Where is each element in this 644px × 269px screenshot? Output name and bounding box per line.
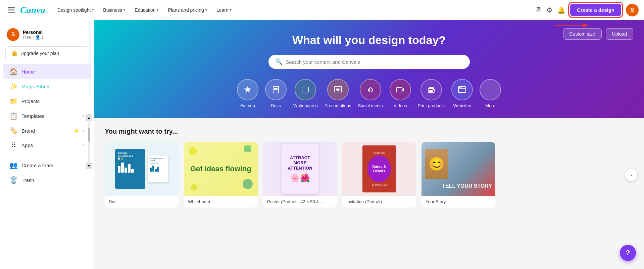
upgrade-plan-button[interactable]: 👑 Upgrade your plan [5, 46, 88, 60]
sidebar-user-info: Personal Free • 👤 1 [23, 30, 44, 40]
card-label: Poster (Portrait - 42 × 59.4 ... [263, 196, 337, 208]
sidebar-item-create-team[interactable]: 👥 Create a team [3, 158, 91, 173]
scroll-down-button[interactable]: ▼ [86, 163, 92, 169]
category-label: For you [240, 103, 255, 108]
svg-marker-4 [583, 23, 589, 27]
svg-point-21 [459, 87, 460, 88]
canva-logo[interactable]: Canva [20, 5, 45, 15]
category-presentations[interactable]: Presentations [325, 79, 351, 108]
cards-next-button[interactable]: › [625, 169, 637, 181]
hamburger-button[interactable] [5, 4, 17, 16]
story-bg: 😊 TELL YOUR STORY [422, 142, 495, 196]
scrollbar-track [88, 122, 90, 162]
wb-deco-circle2 [243, 179, 253, 189]
invitation-card[interactable]: JOIN US Dates & Details 28 MARCH 24 Invi… [342, 142, 416, 208]
sidebar-item-home[interactable]: 🏠 Home [3, 64, 91, 79]
topnav-links: Design spotlight ▾ Business ▾ Education … [53, 5, 535, 15]
svg-rect-2 [8, 12, 15, 13]
whiteboards-icon [295, 79, 316, 100]
doc-small-sub: Design Docs [150, 162, 166, 164]
doc-card[interactable]: DesignVisual Docs 📊 ✨ [105, 142, 179, 208]
topnav-right: 🖥 ⚙ 🔔 Create a design S [535, 4, 639, 16]
team-icon: 👥 [9, 161, 17, 169]
doc-main-title: DesignVisual Docs [118, 151, 143, 158]
nav-design-spotlight[interactable]: Design spotlight ▾ [53, 5, 98, 15]
hero-title: What will you design today? [114, 34, 624, 47]
sidebar-item-projects[interactable]: 📁 Projects [3, 94, 91, 108]
poster-card[interactable]: ATTRACT MORE ATTENTION 🌸🌺 Poster (Portra… [263, 142, 337, 208]
svg-rect-7 [274, 89, 278, 90]
monitor-icon[interactable]: 🖥 [535, 6, 542, 14]
inv-oval-text: Dates & Details [367, 165, 391, 173]
upload-button[interactable]: Upload [606, 28, 633, 40]
category-websites[interactable]: Websites [451, 79, 473, 108]
search-input[interactable] [286, 59, 463, 65]
help-button[interactable]: ? [620, 245, 636, 261]
sidebar-item-magic-studio[interactable]: ✨ Magic Studio [3, 79, 91, 94]
card-label: Doc [105, 196, 179, 208]
projects-icon: 📁 [9, 97, 17, 105]
category-videos[interactable]: Videos [390, 79, 411, 108]
nav-plans-pricing[interactable]: Plans and pricing ▾ [164, 5, 211, 15]
trash-icon: 🗑️ [9, 176, 17, 184]
search-icon: 🔍 [275, 58, 283, 65]
category-docs[interactable]: Docs [265, 79, 287, 108]
invitation-thumb: JOIN US Dates & Details 28 MARCH 24 [342, 142, 416, 196]
magic-icon: ✨ [9, 82, 17, 90]
user-avatar[interactable]: S [626, 4, 639, 16]
category-whiteboards[interactable]: Whiteboards [293, 79, 318, 108]
sidebar-item-label: Templates [21, 113, 79, 119]
sidebar-item-trash[interactable]: 🗑️ Trash [3, 173, 91, 187]
more-icon [480, 79, 501, 100]
poster-thumb: ATTRACT MORE ATTENTION 🌸🌺 [263, 142, 337, 196]
sidebar-item-apps[interactable]: ⠿ Apps › [3, 138, 91, 152]
nav-learn[interactable]: Learn ▾ [212, 5, 236, 15]
inv-oval: Dates & Details [367, 155, 391, 182]
sidebar-avatar: S [7, 28, 19, 41]
sidebar-user: S Personal Free • 👤 1 [0, 26, 94, 45]
category-more[interactable]: More [480, 79, 501, 108]
story-card[interactable]: 😊 TELL YOUR STORY Your Story [422, 142, 495, 208]
docs-icon [265, 79, 287, 100]
bell-icon[interactable]: 🔔 [557, 6, 565, 14]
sidebar-item-label: Trash [21, 177, 84, 183]
websites-icon [451, 79, 473, 100]
category-label: Print products [418, 103, 445, 108]
poster-content: ATTRACT MORE ATTENTION 🌸🌺 [286, 155, 314, 183]
doc-main-sub: 📊 ✨ [118, 158, 143, 160]
category-social-media[interactable]: Social media [358, 79, 383, 108]
chevron-down-icon: ▾ [92, 8, 94, 12]
category-label: Whiteboards [293, 103, 318, 108]
whiteboard-thumb: Get ideas flowing [184, 142, 258, 196]
sidebar-item-label: Home [21, 69, 84, 75]
whiteboard-card[interactable]: Get ideas flowing Whiteboard [184, 142, 258, 208]
wb-text: Get ideas flowing [190, 165, 251, 173]
svg-rect-6 [274, 88, 278, 89]
svg-point-18 [433, 89, 434, 90]
category-label: Videos [394, 103, 407, 108]
scrollbar-thumb[interactable] [88, 128, 90, 142]
custom-size-button[interactable]: Custom size [563, 28, 602, 40]
sidebar-item-brand[interactable]: 🏷️ Brand ⭐ › [3, 123, 91, 138]
create-design-button[interactable]: Create a design [570, 4, 621, 16]
nav-education[interactable]: Education ▾ [131, 5, 162, 15]
category-print-products[interactable]: Print products [418, 79, 445, 108]
sidebar-item-label: Apps [21, 142, 79, 148]
category-for-you[interactable]: For you [237, 79, 258, 108]
svg-rect-17 [429, 90, 433, 92]
category-label: More [485, 103, 495, 108]
cards-row: DesignVisual Docs 📊 ✨ [105, 142, 633, 208]
presentations-icon [327, 79, 349, 100]
main-layout: S Personal Free • 👤 1 👑 Upgrade your pla… [0, 20, 644, 269]
for-you-icon [237, 79, 258, 100]
story-text: TELL YOUR STORY [442, 183, 492, 189]
story-face-inner: 😊 [425, 149, 448, 179]
chevron-right-icon: › [83, 128, 84, 133]
poster-text: ATTRACT MORE ATTENTION [286, 155, 314, 171]
sidebar-item-templates[interactable]: 📋 Templates › [3, 108, 91, 123]
svg-rect-9 [302, 87, 309, 92]
scroll-up-button[interactable]: ▲ [86, 114, 92, 121]
gear-icon[interactable]: ⚙ [546, 6, 552, 14]
nav-business[interactable]: Business ▾ [99, 5, 129, 15]
svg-marker-13 [337, 89, 339, 90]
